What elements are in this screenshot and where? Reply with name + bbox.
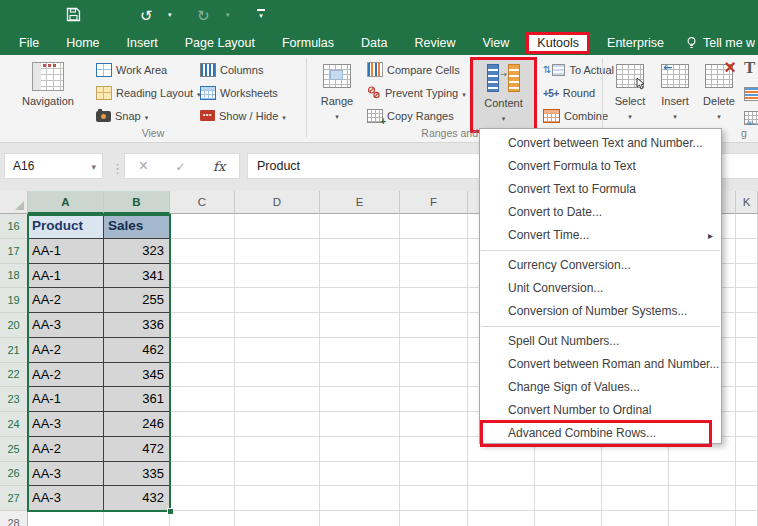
cell[interactable]: [736, 363, 758, 388]
cell[interactable]: [602, 462, 669, 487]
row-header-22[interactable]: 22: [0, 363, 28, 388]
tab-file[interactable]: File: [13, 34, 45, 52]
menu-item[interactable]: Unit Conversion...: [480, 277, 721, 300]
cell[interactable]: [400, 462, 468, 487]
work-area-button[interactable]: Work Area: [96, 59, 167, 80]
tab-review[interactable]: Review: [408, 34, 461, 52]
cell[interactable]: [235, 387, 320, 412]
cell[interactable]: 341: [104, 264, 170, 289]
cell[interactable]: AA-1: [28, 239, 104, 264]
snap-button[interactable]: Snap: [96, 105, 148, 126]
columns-button[interactable]: Columns: [200, 59, 263, 80]
compare-cells-button[interactable]: Compare Cells: [367, 59, 460, 80]
cell[interactable]: [669, 486, 736, 511]
cell[interactable]: [170, 264, 235, 289]
cell[interactable]: [320, 511, 400, 526]
select-button[interactable]: Select: [607, 58, 653, 136]
column-header-c[interactable]: C: [170, 191, 235, 214]
row-header-20[interactable]: 20: [0, 313, 28, 338]
menu-item[interactable]: Spell Out Numbers...: [480, 330, 721, 353]
show-hide-button[interactable]: Show / Hide: [200, 105, 286, 126]
cell[interactable]: [400, 486, 468, 511]
tab-formulas[interactable]: Formulas: [276, 34, 340, 52]
cell[interactable]: [235, 486, 320, 511]
cell[interactable]: [400, 214, 468, 239]
cell[interactable]: [736, 437, 758, 462]
cell[interactable]: [535, 486, 602, 511]
cell[interactable]: [235, 437, 320, 462]
cancel-icon[interactable]: [139, 157, 148, 175]
cell[interactable]: [736, 486, 758, 511]
cell[interactable]: 462: [104, 338, 170, 363]
row-header-21[interactable]: 21: [0, 338, 28, 363]
link-tools-button[interactable]: [744, 107, 758, 128]
navigation-button[interactable]: Navigation: [6, 58, 90, 136]
cell[interactable]: [400, 239, 468, 264]
cell[interactable]: 246: [104, 412, 170, 437]
cell[interactable]: [400, 338, 468, 363]
delete-button[interactable]: Delete: [697, 58, 741, 136]
row-header-17[interactable]: 17: [0, 239, 28, 264]
cell[interactable]: Product: [28, 214, 104, 239]
to-actual-button[interactable]: To Actual: [543, 59, 614, 80]
cell[interactable]: [400, 363, 468, 388]
cell[interactable]: [170, 437, 235, 462]
cell[interactable]: [320, 462, 400, 487]
cell[interactable]: [736, 387, 758, 412]
menu-item[interactable]: Convert to Date...: [480, 201, 721, 224]
cell[interactable]: [235, 264, 320, 289]
row-header-16[interactable]: 16: [0, 214, 28, 239]
cell[interactable]: [736, 264, 758, 289]
copy-ranges-button[interactable]: Copy Ranges: [367, 105, 454, 126]
content-button[interactable]: Content: [470, 57, 537, 133]
cell[interactable]: AA-2: [28, 338, 104, 363]
insert-function-icon[interactable]: [213, 157, 225, 175]
undo-dropdown-icon[interactable]: [168, 11, 172, 19]
cell[interactable]: [736, 511, 758, 526]
cell[interactable]: AA-1: [28, 264, 104, 289]
row-header-18[interactable]: 18: [0, 264, 28, 289]
cell[interactable]: [400, 264, 468, 289]
cell[interactable]: [669, 462, 736, 487]
cell[interactable]: [400, 437, 468, 462]
cell[interactable]: [535, 462, 602, 487]
cell[interactable]: [736, 462, 758, 487]
cell[interactable]: [320, 387, 400, 412]
tab-insert[interactable]: Insert: [121, 34, 164, 52]
cell[interactable]: [170, 511, 235, 526]
name-box-dropdown-icon[interactable]: [91, 159, 102, 173]
name-box[interactable]: A16: [4, 153, 103, 179]
worksheets-button[interactable]: Worksheets: [200, 82, 278, 103]
row-header-28[interactable]: 28: [0, 511, 28, 526]
menu-item[interactable]: Convert Number to Ordinal: [480, 399, 721, 422]
cell[interactable]: [235, 462, 320, 487]
row-header-25[interactable]: 25: [0, 437, 28, 462]
cell[interactable]: [736, 338, 758, 363]
cell[interactable]: [235, 288, 320, 313]
text-tools-button[interactable]: [744, 57, 755, 78]
cell[interactable]: [170, 363, 235, 388]
cell[interactable]: [235, 412, 320, 437]
cell[interactable]: [736, 214, 758, 239]
format-tools-button[interactable]: [744, 83, 758, 104]
column-header-f[interactable]: F: [400, 191, 468, 214]
cell[interactable]: 472: [104, 437, 170, 462]
tell-me[interactable]: Tell me w: [685, 36, 755, 50]
cell[interactable]: [669, 511, 736, 526]
cell[interactable]: [235, 363, 320, 388]
cell[interactable]: [468, 511, 535, 526]
cell[interactable]: [170, 338, 235, 363]
cell[interactable]: 323: [104, 239, 170, 264]
cell[interactable]: 255: [104, 288, 170, 313]
fill-handle[interactable]: [167, 508, 174, 515]
customize-quick-access-icon[interactable]: [257, 9, 265, 20]
cell[interactable]: AA-2: [28, 363, 104, 388]
cell[interactable]: 335: [104, 462, 170, 487]
cell[interactable]: AA-1: [28, 387, 104, 412]
cell[interactable]: [400, 313, 468, 338]
cell[interactable]: [320, 288, 400, 313]
cell[interactable]: AA-3: [28, 462, 104, 487]
menu-item[interactable]: Convert Formula to Text: [480, 155, 721, 178]
combine-button[interactable]: Combine: [543, 105, 608, 126]
cell[interactable]: 345: [104, 363, 170, 388]
